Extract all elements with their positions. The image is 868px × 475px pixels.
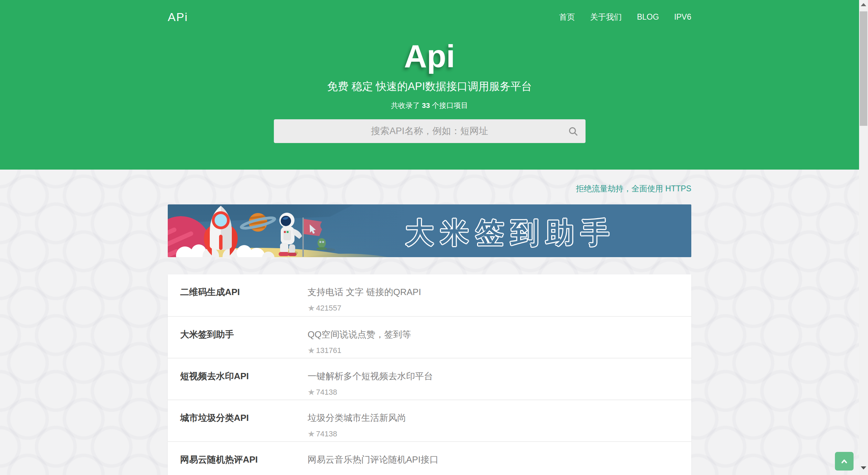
api-description: 垃圾分类城市生活新风尚: [308, 412, 679, 424]
promo-banner[interactable]: 大米签到助手: [168, 204, 691, 257]
nav-item-home[interactable]: 首页: [559, 12, 575, 22]
star-count: 74138: [316, 429, 337, 438]
api-name[interactable]: 大米签到助手: [180, 329, 308, 358]
main-nav: 首页 关于我们 BLOG IPV6: [559, 12, 691, 22]
api-row-garbage[interactable]: 城市垃圾分类API 垃圾分类城市生活新风尚 ★74138: [168, 400, 691, 441]
search-box: [274, 119, 586, 143]
scrollbar-thumb[interactable]: [860, 11, 867, 126]
arrow-up-icon: [861, 3, 866, 6]
scrollbar-up-button[interactable]: [859, 0, 868, 9]
banner-title: 大米签到助手: [405, 217, 616, 248]
star-count: 74138: [316, 388, 337, 397]
api-name[interactable]: 二维码生成API: [180, 286, 308, 316]
count-value: 33: [422, 101, 430, 109]
nav-item-blog[interactable]: BLOG: [637, 12, 659, 22]
api-description: 支持电话 文字 链接的QRAPI: [308, 286, 679, 298]
hero-section: APi 首页 关于我们 BLOG IPV6 Api 免费 稳定 快速的API数据…: [0, 0, 859, 170]
navbar: APi 首页 关于我们 BLOG IPV6: [168, 0, 691, 24]
https-link[interactable]: 拒绝流量劫持，全面使用 HTTPS: [576, 184, 691, 193]
star-icon: ★: [308, 346, 315, 355]
banner-illustration: 大米签到助手: [168, 204, 691, 257]
star-icon: ★: [308, 303, 315, 313]
api-stars: ★131761: [308, 346, 679, 355]
count-prefix: 共收录了: [391, 101, 422, 109]
api-row-qrcode[interactable]: 二维码生成API 支持电话 文字 链接的QRAPI ★421557: [168, 274, 691, 316]
chevron-up-icon: [839, 456, 849, 466]
star-count: 131761: [316, 346, 341, 355]
api-list-card: 二维码生成API 支持电话 文字 链接的QRAPI ★421557 大米签到助手…: [168, 274, 691, 475]
star-icon: ★: [308, 429, 315, 439]
site-logo[interactable]: APi: [168, 10, 188, 24]
api-name[interactable]: 城市垃圾分类API: [180, 412, 308, 441]
page-title: Api: [168, 40, 691, 73]
nav-item-about[interactable]: 关于我们: [590, 12, 622, 22]
nav-item-ipv6[interactable]: IPV6: [674, 12, 691, 22]
search-icon[interactable]: [568, 126, 578, 137]
api-stars: ★74138: [308, 429, 679, 439]
back-to-top-button[interactable]: [835, 452, 854, 471]
search-input[interactable]: [274, 120, 585, 143]
star-count: 421557: [316, 304, 341, 313]
page-viewport: APi 首页 关于我们 BLOG IPV6 Api 免费 稳定 快速的API数据…: [0, 0, 859, 475]
api-count-line: 共收录了 33 个接口项目: [168, 101, 691, 110]
arrow-down-icon: [861, 466, 866, 469]
api-row-watermark[interactable]: 短视频去水印API 一键解析多个短视频去水印平台 ★74138: [168, 358, 691, 400]
api-name[interactable]: 网易云随机热评API: [180, 454, 308, 475]
api-description: QQ空间说说点赞，签到等: [308, 329, 679, 341]
api-description: 网易云音乐热门评论随机API接口: [308, 454, 679, 466]
api-description: 一键解析多个短视频去水印平台: [308, 370, 679, 382]
count-suffix: 个接口项目: [430, 101, 468, 109]
scrollbar-down-button[interactable]: [859, 463, 868, 472]
api-name[interactable]: 短视频去水印API: [180, 370, 308, 400]
notice-row: 拒绝流量劫持，全面使用 HTTPS: [168, 170, 691, 194]
api-row-netease[interactable]: 网易云随机热评API 网易云音乐热门评论随机API接口: [168, 441, 691, 475]
star-icon: ★: [308, 387, 315, 397]
api-row-dami[interactable]: 大米签到助手 QQ空间说说点赞，签到等 ★131761: [168, 316, 691, 358]
scrollbar[interactable]: [859, 0, 868, 475]
page-subtitle: 免费 稳定 快速的API数据接口调用服务平台: [168, 79, 691, 94]
api-stars: ★421557: [308, 303, 679, 313]
api-stars: ★74138: [308, 387, 679, 397]
